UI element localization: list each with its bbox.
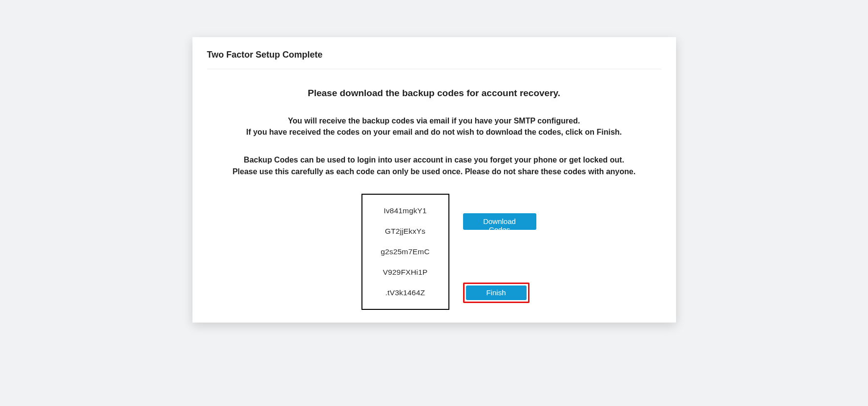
backup-code: g2s25m7EmC: [381, 247, 429, 256]
lower-section: Iv841mgkY1 GT2jjEkxYs g2s25m7EmC V929FXH…: [207, 194, 661, 311]
card-content: Please download the backup codes for acc…: [207, 69, 661, 311]
info-paragraph-2: Backup Codes can be used to login into u…: [207, 154, 661, 177]
card-title: Two Factor Setup Complete: [207, 50, 661, 69]
info-line: Backup Codes can be used to login into u…: [244, 156, 624, 164]
setup-complete-card: Two Factor Setup Complete Please downloa…: [192, 37, 676, 323]
backup-codes-box: Iv841mgkY1 GT2jjEkxYs g2s25m7EmC V929FXH…: [361, 194, 449, 310]
info-line: If you have received the codes on your e…: [246, 128, 622, 136]
finish-button-highlight: Finish: [463, 283, 529, 303]
actions-column: Download Codes Finish: [463, 194, 536, 310]
info-line: You will receive the backup codes via em…: [288, 117, 580, 125]
backup-code: .tV3k1464Z: [385, 288, 425, 297]
backup-code: Iv841mgkY1: [383, 206, 426, 215]
backup-code: GT2jjEkxYs: [385, 227, 425, 236]
info-paragraph-1: You will receive the backup codes via em…: [207, 115, 661, 138]
content-heading: Please download the backup codes for acc…: [207, 88, 661, 99]
download-codes-button[interactable]: Download Codes: [463, 213, 536, 230]
info-line: Please use this carefully as each code c…: [233, 167, 635, 176]
finish-button[interactable]: Finish: [466, 285, 527, 300]
backup-code: V929FXHi1P: [383, 268, 428, 277]
